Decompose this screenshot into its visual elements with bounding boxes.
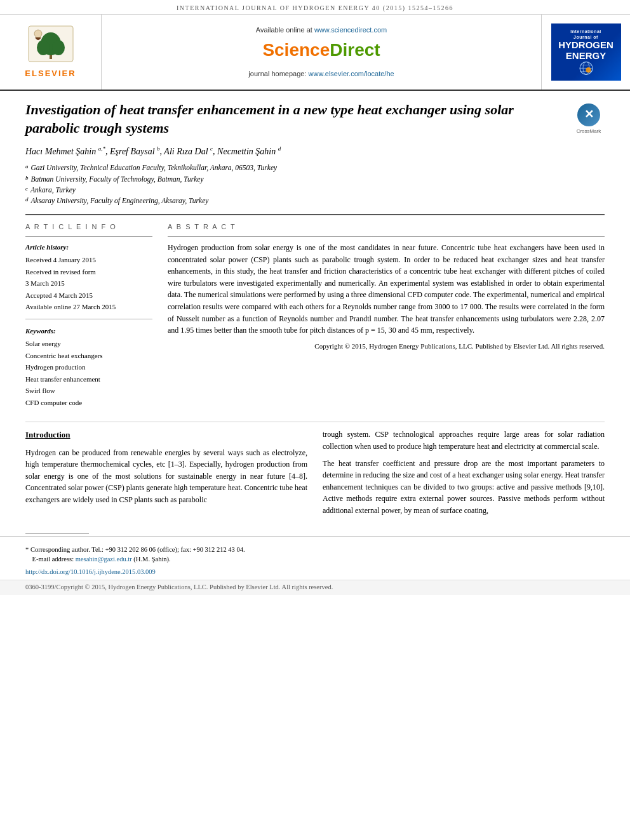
body-col-left: Introduction Hydrogen can be produced fr… [25, 429, 307, 521]
svg-point-11 [586, 67, 591, 73]
history-revised-date: 3 March 2015 [25, 278, 152, 289]
affiliation-a: a Gazi University, Technical Education F… [25, 163, 605, 173]
footnote-separator [25, 533, 89, 534]
sciencedirect-center: Available online at www.sciencedirect.co… [102, 15, 541, 90]
journal-header: INTERNATIONAL JOURNAL OF HYDROGEN ENERGY… [0, 0, 630, 15]
doi-line: http://dx.doi.org/10.1016/j.ijhydene.201… [25, 567, 605, 577]
footer-notes: * Corresponding author. Tel.: +90 312 20… [0, 537, 630, 580]
svg-point-5 [34, 30, 42, 37]
author-4: Necmettin Şahin d [217, 147, 281, 156]
history-online: Available online 27 March 2015 [25, 302, 152, 312]
article-info-col: A R T I C L E I N F O Article history: R… [25, 222, 152, 409]
abstract-text: Hydrogen production from solar energy is… [168, 242, 605, 337]
journal-homepage-line: journal homepage: www.elsevier.com/locat… [248, 69, 394, 79]
abstract-heading: A B S T R A C T [168, 222, 605, 232]
intro-paragraph-2: trough system. CSP technological approac… [323, 429, 605, 452]
body-section: Introduction Hydrogen can be produced fr… [25, 422, 605, 521]
author-3: Ali Rıza Dal c [164, 147, 213, 156]
abstract-col: A B S T R A C T Hydrogen production from… [168, 222, 605, 409]
abstract-separator [168, 236, 605, 237]
copyright-line: Copyright © 2015, Hydrogen Energy Public… [168, 342, 605, 351]
footnote-email-line: E-mail address: mesahin@gazi.edu.tr (H.M… [25, 554, 605, 564]
issn-line: 0360-3199/Copyright © 2015, Hydrogen Ene… [25, 583, 333, 590]
elsevier-wordmark: ELSEVIER [25, 68, 76, 79]
elsevier-logo-box: ELSEVIER [0, 15, 102, 90]
body-col-right: trough system. CSP technological approac… [323, 429, 605, 521]
keyword-4: Heat transfer enhancement [25, 374, 152, 385]
article-body-columns: A R T I C L E I N F O Article history: R… [25, 222, 605, 409]
history-received: Received 4 January 2015 [25, 255, 152, 265]
article-title-row: Investigation of heat transfer enhanceme… [25, 101, 605, 137]
crossmark-icon: ✕ [577, 103, 600, 126]
article-history-label: Article history: [25, 242, 152, 253]
journal-homepage-url[interactable]: www.elsevier.com/locate/he [309, 70, 394, 77]
authors-line: Hacı Mehmet Şahin a,*, Eşref Baysal b, A… [25, 145, 605, 157]
branding-row: ELSEVIER Available online at www.science… [0, 15, 630, 91]
hydrogen-logo-inner: InternationalJournal of HYDROGENENERGY [551, 23, 621, 81]
article-info-heading: A R T I C L E I N F O [25, 222, 152, 232]
intro-paragraph-1: Hydrogen can be produced from renewable … [25, 447, 307, 506]
footnote-corresponding-text: * Corresponding author. Tel.: +90 312 20… [25, 546, 245, 553]
elsevier-logo-inner: ELSEVIER [22, 25, 79, 79]
sciencedirect-url[interactable]: www.sciencedirect.com [314, 26, 387, 34]
svg-point-4 [52, 40, 65, 55]
hydrogen-logo-title: HYDROGENENERGY [558, 40, 613, 61]
main-separator [25, 214, 605, 215]
history-revised-label: Received in revised form [25, 267, 152, 277]
available-online-text: Available online at www.sciencedirect.co… [256, 25, 387, 35]
crossmark-label: CrossMark [577, 128, 601, 135]
footnote-author-name: (H.M. Şahin). [133, 556, 170, 563]
main-content: Investigation of heat transfer enhanceme… [0, 91, 630, 528]
affiliation-c: c Ankara, Turkey [25, 185, 605, 196]
article-info-separator [25, 236, 152, 237]
author-2: Eşref Baysal b [110, 147, 160, 156]
sciencedirect-logo: ScienceDirect [262, 37, 380, 62]
doi-url[interactable]: http://dx.doi.org/10.1016/j.ijhydene.201… [25, 568, 156, 575]
journal-title-bar: INTERNATIONAL JOURNAL OF HYDROGEN ENERGY… [177, 4, 453, 11]
introduction-title: Introduction [25, 429, 307, 441]
footer-doi-bar: 0360-3199/Copyright © 2015, Hydrogen Ene… [0, 580, 630, 595]
svg-point-3 [37, 40, 50, 55]
affiliation-b: b Batman University, Faculty of Technolo… [25, 174, 605, 185]
footnote-corresponding: * Corresponding author. Tel.: +90 312 20… [25, 545, 605, 555]
keywords-label: Keywords: [25, 326, 152, 337]
article-title: Investigation of heat transfer enhanceme… [25, 101, 566, 137]
affiliations: a Gazi University, Technical Education F… [25, 163, 605, 206]
intro-paragraph-3: The heat transfer coefficient and pressu… [323, 458, 605, 517]
keyword-6: CFD computer code [25, 397, 152, 408]
affiliation-d: d Aksaray University, Faculty of Enginee… [25, 196, 605, 206]
keyword-1: Solar energy [25, 338, 152, 349]
keyword-3: Hydrogen production [25, 362, 152, 373]
history-accepted: Accepted 4 March 2015 [25, 290, 152, 301]
hydrogen-logo-box: InternationalJournal of HYDROGENENERGY [541, 15, 630, 90]
hydrogen-logo-top-text: InternationalJournal of [570, 29, 601, 40]
keywords-separator [25, 319, 152, 319]
hydrogen-logo-globe-icon [576, 61, 596, 76]
keyword-5: Swirl flow [25, 385, 152, 396]
author-1: Hacı Mehmet Şahin a,* [25, 147, 105, 156]
keyword-2: Concentric heat exchangers [25, 350, 152, 361]
footnote-email-link[interactable]: mesahin@gazi.edu.tr [76, 556, 132, 563]
elsevier-tree-icon [22, 25, 79, 68]
footnote-email-label: E-mail address: [32, 556, 74, 563]
keywords-section: Keywords: Solar energy Concentric heat e… [25, 326, 152, 408]
crossmark-badge: ✕ CrossMark [573, 103, 605, 135]
